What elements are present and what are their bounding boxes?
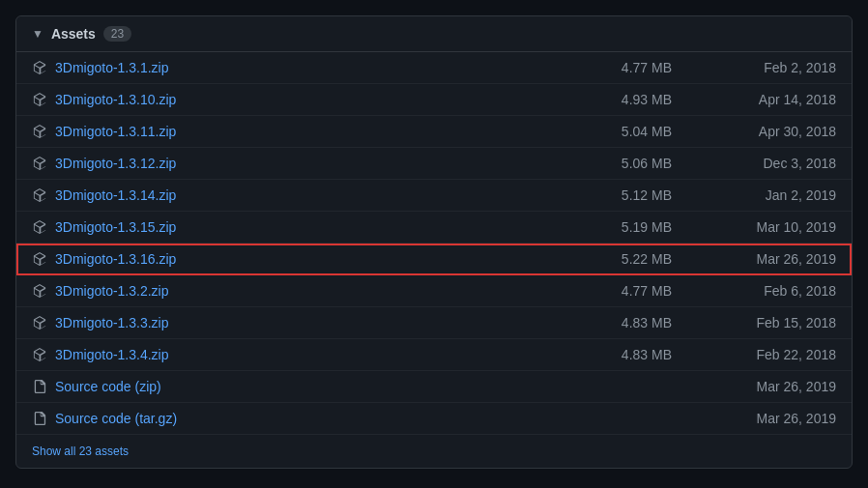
zip-file-icon <box>32 60 47 75</box>
zip-file-icon <box>32 251 47 267</box>
assets-count-badge: 23 <box>103 26 131 42</box>
asset-row[interactable]: 3Dmigoto-1.3.11.zip5.04 MBApr 30, 2018 <box>16 116 852 148</box>
assets-header: ▼ Assets 23 <box>16 16 852 52</box>
zip-file-icon <box>32 219 47 235</box>
asset-name-link[interactable]: 3Dmigoto-1.3.3.zip <box>55 315 594 330</box>
asset-name-link[interactable]: 3Dmigoto-1.3.2.zip <box>55 283 594 299</box>
asset-name-link[interactable]: 3Dmigoto-1.3.1.zip <box>55 60 594 75</box>
asset-row[interactable]: 3Dmigoto-1.3.16.zip5.22 MBMar 26, 2019 <box>16 244 852 275</box>
asset-size: 4.93 MB <box>594 92 672 107</box>
asset-size: 5.19 MB <box>594 219 672 235</box>
asset-date: Feb 2, 2018 <box>730 60 836 75</box>
asset-date: Dec 3, 2018 <box>730 156 836 171</box>
asset-date: Mar 10, 2019 <box>730 219 836 235</box>
asset-date: Apr 30, 2018 <box>730 124 836 139</box>
show-all-assets-link[interactable]: Show all 23 assets <box>16 435 852 468</box>
asset-date: Mar 26, 2019 <box>730 379 836 394</box>
asset-row[interactable]: 3Dmigoto-1.3.12.zip5.06 MBDec 3, 2018 <box>16 148 852 180</box>
zip-file-icon <box>32 187 47 203</box>
asset-size: 5.22 MB <box>594 251 672 267</box>
asset-date: Apr 14, 2018 <box>730 92 836 107</box>
asset-name-link[interactable]: 3Dmigoto-1.3.11.zip <box>55 124 594 139</box>
zip-file-icon <box>32 156 47 171</box>
asset-size: 5.04 MB <box>594 124 672 139</box>
asset-size: 4.83 MB <box>594 315 672 330</box>
asset-row[interactable]: 3Dmigoto-1.3.14.zip5.12 MBJan 2, 2019 <box>16 180 852 212</box>
asset-row[interactable]: 3Dmigoto-1.3.3.zip4.83 MBFeb 15, 2018 <box>16 307 852 339</box>
asset-name-link[interactable]: Source code (tar.gz) <box>55 411 594 426</box>
asset-size: 4.77 MB <box>594 283 672 299</box>
asset-size: 4.83 MB <box>594 347 672 362</box>
asset-name-link[interactable]: 3Dmigoto-1.3.10.zip <box>55 92 594 107</box>
asset-date: Mar 26, 2019 <box>730 411 836 426</box>
asset-row[interactable]: Source code (tar.gz)Mar 26, 2019 <box>16 403 852 435</box>
zip-file-icon <box>32 124 47 139</box>
zip-file-icon <box>32 92 47 107</box>
asset-row[interactable]: 3Dmigoto-1.3.4.zip4.83 MBFeb 22, 2018 <box>16 339 852 371</box>
asset-size: 5.06 MB <box>594 156 672 171</box>
source-code-icon <box>32 411 47 426</box>
asset-row[interactable]: 3Dmigoto-1.3.15.zip5.19 MBMar 10, 2019 <box>16 212 852 244</box>
asset-row[interactable]: Source code (zip)Mar 26, 2019 <box>16 371 852 403</box>
asset-name-link[interactable]: 3Dmigoto-1.3.16.zip <box>55 251 594 267</box>
asset-name-link[interactable]: 3Dmigoto-1.3.4.zip <box>55 347 594 362</box>
asset-row[interactable]: 3Dmigoto-1.3.2.zip4.77 MBFeb 6, 2018 <box>16 275 852 307</box>
asset-row[interactable]: 3Dmigoto-1.3.10.zip4.93 MBApr 14, 2018 <box>16 84 852 116</box>
assets-list: 3Dmigoto-1.3.1.zip4.77 MBFeb 2, 2018 3Dm… <box>16 52 852 435</box>
zip-file-icon <box>32 315 47 330</box>
asset-size: 5.12 MB <box>594 187 672 203</box>
collapse-icon[interactable]: ▼ <box>32 27 43 41</box>
asset-row[interactable]: 3Dmigoto-1.3.1.zip4.77 MBFeb 2, 2018 <box>16 52 852 84</box>
asset-date: Feb 6, 2018 <box>730 283 836 299</box>
asset-date: Jan 2, 2019 <box>730 187 836 203</box>
zip-file-icon <box>32 347 47 362</box>
asset-name-link[interactable]: 3Dmigoto-1.3.14.zip <box>55 187 594 203</box>
asset-date: Feb 22, 2018 <box>730 347 836 362</box>
asset-name-link[interactable]: 3Dmigoto-1.3.12.zip <box>55 156 594 171</box>
source-code-icon <box>32 379 47 394</box>
asset-size: 4.77 MB <box>594 60 672 75</box>
asset-date: Feb 15, 2018 <box>730 315 836 330</box>
assets-title: Assets <box>51 26 96 42</box>
asset-name-link[interactable]: 3Dmigoto-1.3.15.zip <box>55 219 594 235</box>
asset-name-link[interactable]: Source code (zip) <box>55 379 594 394</box>
zip-file-icon <box>32 283 47 299</box>
asset-date: Mar 26, 2019 <box>730 251 836 267</box>
assets-section: ▼ Assets 23 3Dmigoto-1.3.1.zip4.77 MBFeb… <box>15 15 853 469</box>
